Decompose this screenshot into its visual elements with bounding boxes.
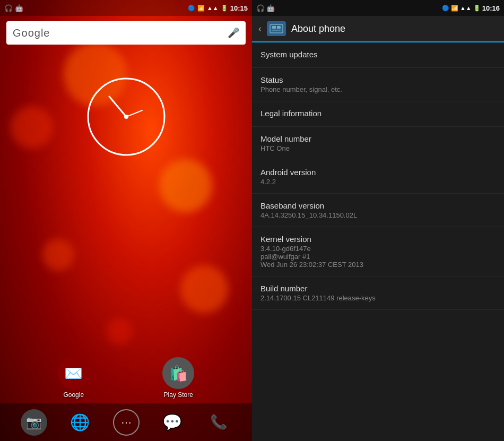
bottom-dock: 📷 🌐 ⋯ 💬 📞 [0,403,252,441]
playstore-app-icon[interactable]: 🛍️ Play Store [162,357,194,399]
status-bar-right: 🎧 🤖 🔵 📶 ▲▲ 🔋 10:16 [252,0,504,16]
build-number-value: 2.14.1700.15 CL211149 release-keys [260,294,496,302]
status-title: Status [260,75,496,84]
svg-rect-5 [272,26,276,29]
back-button[interactable]: ‹ [258,23,262,34]
google-search-label: Google [13,27,228,39]
headphone-icon: 🎧 [4,4,13,12]
about-phone-header: ‹ About phone [252,16,504,42]
apps-dock-icon[interactable]: ⋯ [113,409,140,436]
android-version-item: Android version 4.2.2 [252,160,504,194]
status-icons-right-right: 🔵 📶 ▲▲ 🔋 10:16 [442,4,500,12]
legal-information-title: Legal information [260,109,496,118]
build-number-item: Build number 2.14.1700.15 CL211149 relea… [252,276,504,310]
left-panel: 🎧 🤖 🔵 📶 ▲▲ 🔋 10:15 Google 🎤 [0,0,252,441]
android-icon-right: 🤖 [266,4,275,12]
app-icons-area: ✉️ Google 🛍️ Play Store [0,357,252,399]
camera-dock-icon[interactable]: 📷 [21,409,47,436]
svg-point-3 [124,115,128,119]
about-phone-title: About phone [291,23,345,34]
status-item[interactable]: Status Phone number, signal, etc. [252,68,504,101]
baseband-version-title: Baseband version [260,201,496,210]
bluetooth-icon-right: 🔵 [442,5,449,12]
status-icons-right-left: 🎧 🤖 [256,4,275,12]
system-updates-item[interactable]: System updates [252,42,504,68]
messages-dock-icon[interactable]: 💬 [159,409,186,436]
bokeh-4 [42,239,74,271]
battery-icon-right: 🔋 [473,5,481,12]
microphone-icon[interactable]: 🎤 [228,27,239,39]
chrome-dock-icon[interactable]: 🌐 [67,409,93,436]
svg-rect-4 [270,24,283,33]
phone-icon-svg [269,23,284,34]
svg-rect-6 [272,30,281,31]
bokeh-6 [106,318,133,345]
model-number-value: HTC One [260,144,496,152]
wifi-icon: 📶 [197,5,205,12]
android-version-title: Android version [260,168,496,177]
svg-rect-7 [277,26,281,29]
headphone-icon-right: 🎧 [256,4,265,12]
about-icon [267,21,286,36]
status-icons-left: 🎧 🤖 [4,4,23,12]
time-left: 10:15 [230,4,248,12]
android-icon: 🤖 [15,4,23,12]
phone-dock-icon[interactable]: 📞 [205,409,232,436]
signal-icon: ▲▲ [207,5,219,11]
google-app-label: Google [63,391,84,399]
battery-icon: 🔋 [221,5,228,12]
system-updates-title: System updates [260,50,496,59]
bokeh-2 [11,106,53,149]
baseband-version-item: Baseband version 4A.14.3250.15_10.34.115… [252,194,504,227]
playstore-app-label: Play Store [164,391,193,399]
svg-line-1 [109,97,126,117]
bluetooth-icon: 🔵 [188,5,195,12]
baseband-version-value: 4A.14.3250.15_10.34.1150.02L [260,211,496,219]
model-number-title: Model number [260,134,496,143]
clock-widget [84,74,169,161]
signal-bars-icon: ▲▲ [460,5,472,11]
time-right: 10:16 [482,4,500,12]
legal-information-item[interactable]: Legal information [252,101,504,127]
right-status-icons: 🔵 📶 ▲▲ 🔋 10:15 [188,4,248,12]
bokeh-5 [180,265,228,313]
bokeh-3 [159,159,212,212]
google-app-icon[interactable]: ✉️ Google [58,357,90,399]
build-number-title: Build number [260,284,496,293]
kernel-version-title: Kernel version [260,235,496,244]
android-version-value: 4.2.2 [260,178,496,186]
kernel-version-value: 3.4.10-gd6f147e pali@wulfgar #1 Wed Jun … [260,245,496,269]
status-subtitle: Phone number, signal, etc. [260,85,496,93]
clock-svg [84,74,169,159]
status-bar-left: 🎧 🤖 🔵 📶 ▲▲ 🔋 10:15 [0,0,252,16]
right-panel: 🎧 🤖 🔵 📶 ▲▲ 🔋 10:16 ‹ A [252,0,504,441]
model-number-item: Model number HTC One [252,127,504,160]
google-search-bar[interactable]: Google 🎤 [6,21,246,45]
settings-list: System updates Status Phone number, sign… [252,42,504,441]
wifi-icon-right: 📶 [451,5,458,12]
kernel-version-item: Kernel version 3.4.10-gd6f147e pali@wulf… [252,227,504,276]
svg-line-2 [126,110,142,117]
about-phone-screen: 🎧 🤖 🔵 📶 ▲▲ 🔋 10:16 ‹ A [252,0,504,441]
